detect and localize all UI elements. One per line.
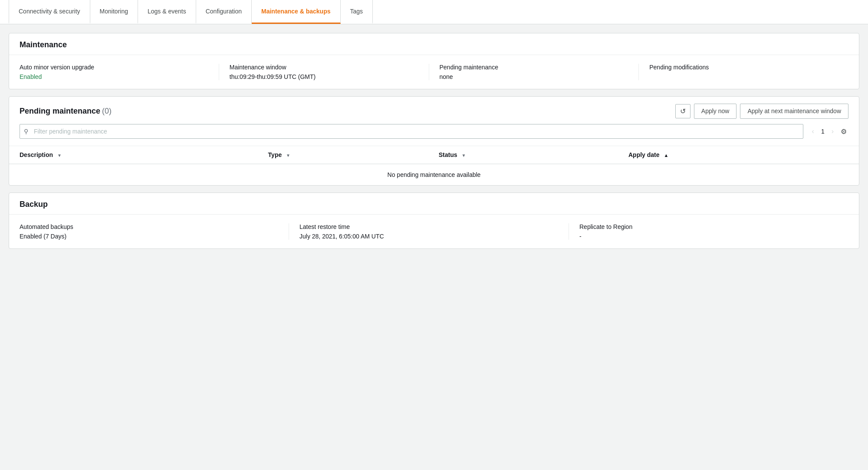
latest-restore-value: July 28, 2021, 6:05:00 AM UTC [299,233,558,240]
backup-title: Backup [20,200,48,209]
pending-maintenance-title: Pending maintenance [20,107,100,115]
prev-page-button[interactable]: ‹ [809,126,818,137]
maintenance-title: Maintenance [20,40,67,49]
col-apply-date-sort-icon: ▲ [664,153,668,158]
pending-modifications-cell: Pending modifications [638,64,848,80]
search-row: ⚲ ‹ 1 › ⚙ [9,124,859,146]
maintenance-card-header: Maintenance [9,33,859,55]
latest-restore-cell: Latest restore time July 28, 2021, 6:05:… [289,223,569,240]
table-body: No pending maintenance available [9,164,859,185]
pending-actions-group: ↺ Apply now Apply at next maintenance wi… [675,104,848,119]
col-status[interactable]: Status ▼ [428,146,618,164]
auto-minor-cell: Auto minor version upgrade Enabled [20,64,219,80]
empty-message: No pending maintenance available [9,164,859,185]
auto-minor-label: Auto minor version upgrade [20,64,208,71]
automated-backups-cell: Automated backups Enabled (7 Days) [20,223,289,240]
search-input[interactable] [20,124,803,139]
col-description-sort-icon: ▼ [57,153,62,158]
pending-maintenance-cell: Pending maintenance none [429,64,639,80]
table-settings-button[interactable]: ⚙ [839,126,848,137]
pending-maintenance-value: none [440,73,628,80]
automated-backups-value: Enabled (7 Days) [20,233,278,240]
replicate-region-label: Replicate to Region [579,223,838,230]
col-status-sort-icon: ▼ [461,153,466,158]
tab-navigation: Connectivity & security Monitoring Logs … [0,0,868,24]
maintenance-info-row: Auto minor version upgrade Enabled Maint… [20,64,848,80]
next-page-button[interactable]: › [828,126,837,137]
pending-maintenance-card: Pending maintenance (0) ↺ Apply now Appl… [9,96,859,186]
pending-maintenance-label: Pending maintenance [440,64,628,71]
tab-connectivity[interactable]: Connectivity & security [9,0,90,24]
apply-next-maintenance-button[interactable]: Apply at next maintenance window [740,104,848,119]
col-apply-date[interactable]: Apply date ▲ [618,146,859,164]
tab-configuration[interactable]: Configuration [196,0,252,24]
tab-maintenance[interactable]: Maintenance & backups [252,0,341,24]
refresh-icon: ↺ [680,107,686,115]
col-description[interactable]: Description ▼ [9,146,258,164]
pending-modifications-label: Pending modifications [649,64,838,71]
col-status-label: Status [439,151,457,158]
automated-backups-label: Automated backups [20,223,278,230]
replicate-region-value: - [579,233,838,240]
col-type[interactable]: Type ▼ [258,146,428,164]
search-container: ⚲ [20,124,803,139]
maintenance-window-cell: Maintenance window thu:09:29-thu:09:59 U… [219,64,429,80]
maintenance-window-value: thu:09:29-thu:09:59 UTC (GMT) [230,73,418,80]
maintenance-card: Maintenance Auto minor version upgrade E… [9,33,859,89]
pending-table-wrap: Description ▼ Type ▼ Status ▼ Apply da [9,146,859,185]
backup-card: Backup Automated backups Enabled (7 Days… [9,193,859,249]
refresh-button[interactable]: ↺ [675,104,690,118]
pending-maintenance-title-wrap: Pending maintenance (0) [20,107,112,116]
col-type-label: Type [268,151,282,158]
pagination: ‹ 1 › ⚙ [809,126,848,137]
search-icon: ⚲ [24,128,28,135]
page-number: 1 [819,128,826,135]
col-description-label: Description [20,151,53,158]
pending-maintenance-count: (0) [102,107,112,115]
pending-maintenance-table: Description ▼ Type ▼ Status ▼ Apply da [9,146,859,185]
empty-row: No pending maintenance available [9,164,859,185]
auto-minor-value: Enabled [20,73,208,80]
main-content: Maintenance Auto minor version upgrade E… [0,24,868,258]
replicate-region-cell: Replicate to Region - [569,223,848,240]
col-apply-date-label: Apply date [628,151,660,158]
table-header-row: Description ▼ Type ▼ Status ▼ Apply da [9,146,859,164]
apply-now-button[interactable]: Apply now [694,104,737,119]
latest-restore-label: Latest restore time [299,223,558,230]
col-type-sort-icon: ▼ [286,153,290,158]
tab-monitoring[interactable]: Monitoring [90,0,138,24]
backup-card-header: Backup [9,193,859,215]
tab-tags[interactable]: Tags [341,0,373,24]
table-head: Description ▼ Type ▼ Status ▼ Apply da [9,146,859,164]
maintenance-card-body: Auto minor version upgrade Enabled Maint… [9,55,859,89]
pending-maintenance-header: Pending maintenance (0) ↺ Apply now Appl… [9,97,859,124]
maintenance-window-label: Maintenance window [230,64,418,71]
tab-logs[interactable]: Logs & events [138,0,196,24]
backup-info-row: Automated backups Enabled (7 Days) Lates… [9,215,859,248]
